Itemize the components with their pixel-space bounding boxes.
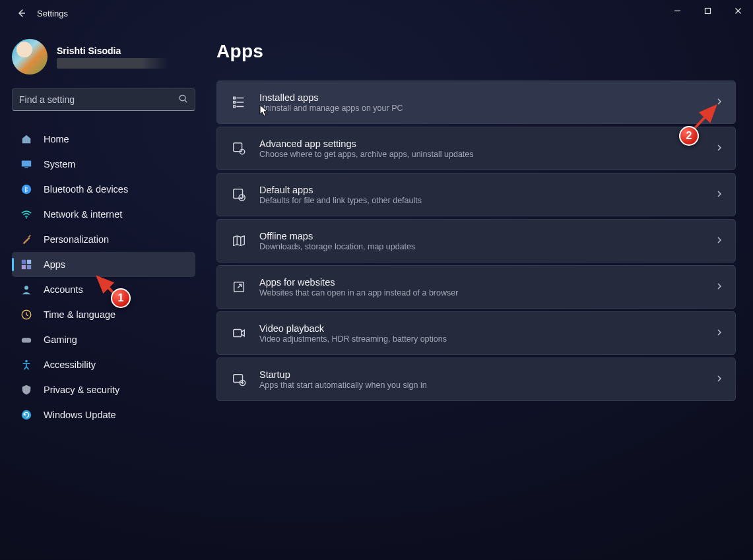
sidebar-item-gaming[interactable]: Gaming xyxy=(12,327,195,352)
card-title: Installed apps xyxy=(259,92,403,103)
home-icon xyxy=(20,133,33,146)
svg-rect-6 xyxy=(22,260,26,264)
svg-point-1 xyxy=(180,95,185,101)
card-startup[interactable]: Startup Apps that start automatically wh… xyxy=(216,358,736,401)
sidebar-item-bluetooth[interactable]: Bluetooth & devices xyxy=(12,177,195,202)
nav-label: Apps xyxy=(44,259,65,270)
card-subtitle: Websites that can open in an app instead… xyxy=(259,288,458,297)
refresh-icon xyxy=(20,408,33,421)
chevron-right-icon xyxy=(715,327,723,339)
card-installed-apps[interactable]: Installed apps Uninstall and manage apps… xyxy=(216,80,736,124)
nav-label: Gaming xyxy=(44,334,77,345)
svg-rect-8 xyxy=(22,265,26,269)
nav-label: System xyxy=(44,159,75,170)
user-account[interactable]: Srishti Sisodia xyxy=(12,36,195,78)
nav-label: Windows Update xyxy=(44,410,116,420)
sidebar-item-personalization[interactable]: Personalization xyxy=(12,227,195,252)
window-title: Settings xyxy=(37,9,68,18)
svg-point-4 xyxy=(22,185,31,194)
wifi-icon xyxy=(20,208,33,221)
page-title: Apps xyxy=(216,41,736,62)
card-offline-maps[interactable]: Offline maps Downloads, storage location… xyxy=(216,219,736,263)
card-title: Apps for websites xyxy=(259,277,458,288)
sidebar-item-system[interactable]: System xyxy=(12,152,195,177)
annotation-badge-1: 1 xyxy=(111,288,131,308)
accessibility-icon xyxy=(20,358,33,371)
card-title: Startup xyxy=(259,369,427,380)
nav-label: Home xyxy=(44,134,69,144)
chevron-right-icon xyxy=(715,281,723,293)
back-button[interactable] xyxy=(11,8,32,18)
system-icon xyxy=(20,158,33,171)
chevron-right-icon xyxy=(715,235,723,247)
nav-label: Accessibility xyxy=(44,359,96,370)
card-title: Offline maps xyxy=(259,231,415,241)
chevron-right-icon xyxy=(715,189,723,201)
card-video-playback[interactable]: Video playback Video adjustments, HDR st… xyxy=(216,311,736,355)
svg-rect-3 xyxy=(24,168,28,168)
card-apps-for-websites[interactable]: Apps for websites Websites that can open… xyxy=(216,265,736,309)
avatar xyxy=(12,39,48,75)
gamepad-icon xyxy=(20,333,33,346)
search-box[interactable] xyxy=(12,88,195,111)
card-subtitle: Apps that start automatically when you s… xyxy=(259,381,427,390)
svg-rect-20 xyxy=(234,189,243,199)
app-gear-icon xyxy=(230,140,247,157)
apps-icon xyxy=(20,258,33,271)
arrow-left-icon xyxy=(16,8,26,18)
titlebar: Settings xyxy=(0,0,753,26)
search-input[interactable] xyxy=(19,94,178,105)
svg-rect-15 xyxy=(234,97,236,99)
user-icon xyxy=(20,283,33,296)
video-icon xyxy=(230,325,247,342)
sidebar-item-home[interactable]: Home xyxy=(12,127,195,152)
nav-label: Bluetooth & devices xyxy=(44,184,128,195)
card-subtitle: Choose where to get apps, archive apps, … xyxy=(259,150,474,159)
card-title: Video playback xyxy=(259,323,447,334)
card-subtitle: Downloads, storage location, map updates xyxy=(259,242,415,251)
sidebar-item-time-language[interactable]: Time & language xyxy=(12,302,195,327)
svg-rect-17 xyxy=(234,106,236,108)
list-icon xyxy=(230,94,247,111)
minimize-button[interactable] xyxy=(662,0,692,21)
nav-label: Network & internet xyxy=(44,209,122,220)
sidebar-item-privacy[interactable]: Privacy & security xyxy=(12,377,195,402)
annotation-badge-2: 2 xyxy=(679,126,699,146)
svg-point-10 xyxy=(24,286,28,290)
nav-label: Personalization xyxy=(44,234,109,245)
svg-rect-9 xyxy=(27,265,31,269)
default-app-icon xyxy=(230,186,247,203)
external-link-icon xyxy=(230,278,247,296)
window-controls xyxy=(662,0,753,21)
card-title: Default apps xyxy=(259,185,422,195)
sidebar-item-windows-update[interactable]: Windows Update xyxy=(12,402,195,427)
nav-label: Privacy & security xyxy=(44,385,119,395)
clock-icon xyxy=(20,308,33,321)
card-subtitle: Video adjustments, HDR streaming, batter… xyxy=(259,334,447,344)
svg-rect-7 xyxy=(27,260,31,264)
maximize-button[interactable] xyxy=(692,0,723,21)
chevron-right-icon xyxy=(715,373,723,385)
user-email-redacted xyxy=(57,58,169,69)
card-default-apps[interactable]: Default apps Defaults for file and link … xyxy=(216,173,736,216)
card-subtitle: Defaults for file and link types, other … xyxy=(259,196,422,205)
sidebar-item-accessibility[interactable]: Accessibility xyxy=(12,352,195,377)
svg-rect-16 xyxy=(234,102,236,104)
close-button[interactable] xyxy=(723,0,753,21)
svg-point-13 xyxy=(25,360,28,363)
svg-rect-23 xyxy=(234,330,242,337)
nav-label: Time & language xyxy=(44,309,115,320)
sidebar-item-network[interactable]: Network & internet xyxy=(12,202,195,227)
shield-icon xyxy=(20,383,33,396)
svg-rect-0 xyxy=(705,8,710,13)
svg-point-14 xyxy=(22,410,31,420)
startup-icon xyxy=(230,371,247,388)
user-name: Srishti Sisodia xyxy=(57,46,169,56)
sidebar: Srishti Sisodia Home System Bluetooth & … xyxy=(0,26,205,427)
card-advanced-app-settings[interactable]: Advanced app settings Choose where to ge… xyxy=(216,127,736,170)
svg-rect-2 xyxy=(22,161,31,167)
svg-point-5 xyxy=(26,217,27,218)
svg-rect-12 xyxy=(22,338,31,342)
nav-label: Accounts xyxy=(44,284,83,295)
annotation-arrow-2 xyxy=(693,101,726,134)
